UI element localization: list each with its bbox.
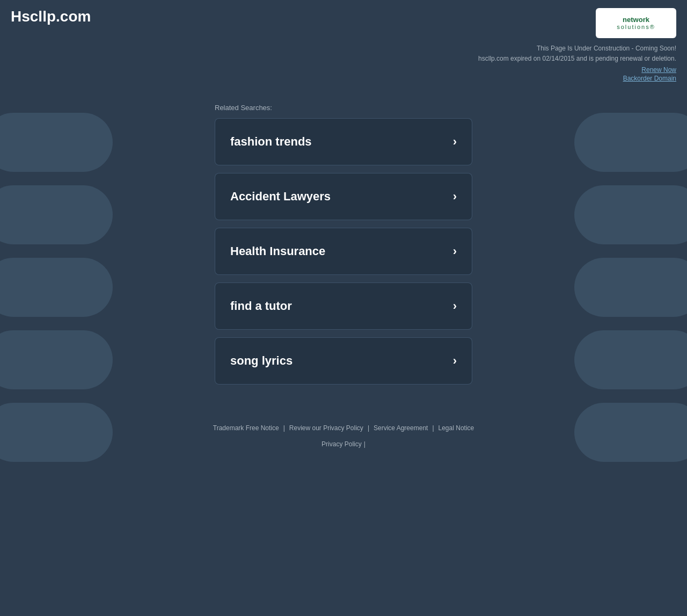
search-item-label: Accident Lawyers <box>230 190 331 204</box>
search-item-label: song lyrics <box>230 354 293 368</box>
site-title[interactable]: Hscllp.com <box>11 8 91 25</box>
renew-now-link[interactable]: Renew Now <box>641 66 676 74</box>
search-item-label: find a tutor <box>230 299 292 313</box>
header-right: network solutions® This Page Is Under Co… <box>478 8 676 82</box>
logo-text: network solutions® <box>617 16 655 31</box>
search-items-list: fashion trends›Accident Lawyers›Health I… <box>215 118 472 385</box>
footer-link[interactable]: Service Agreement <box>374 424 428 432</box>
privacy-separator: | <box>364 440 366 448</box>
search-item-label: fashion trends <box>230 135 312 149</box>
footer-link[interactable]: Trademark Free Notice <box>213 424 279 432</box>
search-item[interactable]: find a tutor› <box>215 282 472 330</box>
page-footer: Trademark Free Notice|Review our Privacy… <box>0 392 687 459</box>
footer-privacy: Privacy Policy | <box>11 440 676 448</box>
header-links: Renew Now Backorder Domain <box>623 66 676 82</box>
footer-link[interactable]: Legal Notice <box>438 424 474 432</box>
search-item[interactable]: Health Insurance› <box>215 228 472 275</box>
chevron-right-icon: › <box>453 244 457 258</box>
page-header: Hscllp.com network solutions® This Page … <box>0 0 687 88</box>
status-text: This Page Is Under Construction - Coming… <box>478 44 676 64</box>
chevron-right-icon: › <box>453 354 457 368</box>
footer-link-separator: | <box>368 424 369 432</box>
search-item[interactable]: song lyrics› <box>215 337 472 385</box>
main-content: Related Searches: fashion trends›Acciden… <box>204 104 483 385</box>
backorder-domain-link[interactable]: Backorder Domain <box>623 75 676 82</box>
network-solutions-logo: network solutions® <box>596 8 676 38</box>
related-searches-label: Related Searches: <box>215 104 472 112</box>
chevron-right-icon: › <box>453 190 457 204</box>
search-item[interactable]: fashion trends› <box>215 118 472 165</box>
search-item[interactable]: Accident Lawyers› <box>215 173 472 220</box>
footer-link[interactable]: Review our Privacy Policy <box>289 424 363 432</box>
chevron-right-icon: › <box>453 299 457 313</box>
privacy-policy-link[interactable]: Privacy Policy <box>321 440 362 448</box>
search-item-label: Health Insurance <box>230 244 325 258</box>
chevron-right-icon: › <box>453 135 457 149</box>
footer-links: Trademark Free Notice|Review our Privacy… <box>11 424 676 432</box>
footer-link-separator: | <box>283 424 285 432</box>
footer-link-separator: | <box>432 424 434 432</box>
